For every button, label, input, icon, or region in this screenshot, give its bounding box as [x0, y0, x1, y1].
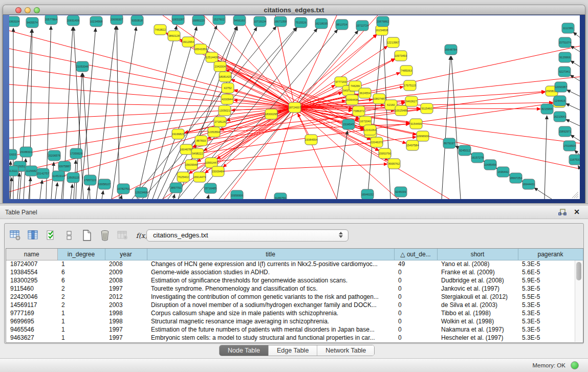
table-cell[interactable]: 9465546 — [6, 325, 57, 334]
selected-node[interactable]: 18300295 — [265, 109, 277, 119]
node[interactable]: 10653287 — [172, 15, 184, 25]
tab-node-table[interactable]: Node Table — [220, 345, 269, 356]
edge[interactable] — [96, 26, 116, 199]
node[interactable]: 17016504 — [563, 141, 576, 151]
edge[interactable] — [117, 26, 119, 199]
node[interactable]: 15892971 — [559, 126, 571, 137]
selected-node[interactable]: 12213967 — [387, 37, 399, 48]
table-cell[interactable]: 6 — [57, 276, 105, 285]
node[interactable]: 12923468 — [135, 187, 147, 198]
table-cell[interactable]: 2009 — [105, 268, 147, 276]
selected-node[interactable]: 18081425 — [219, 72, 231, 82]
edge[interactable] — [71, 184, 72, 199]
table-cell[interactable]: 1 — [57, 309, 105, 317]
selected-node[interactable]: 12514439 — [206, 52, 218, 62]
table-cell[interactable]: 18724007 — [6, 260, 57, 268]
table-cell[interactable]: Hescheler et al. (1997) — [437, 334, 518, 342]
selected-node[interactable]: 7625402 — [177, 172, 189, 182]
table-cell[interactable]: 1997 — [105, 285, 147, 293]
close-panel-button[interactable]: ✕ — [573, 207, 581, 216]
edge[interactable] — [121, 195, 122, 199]
column-header-year[interactable]: year — [105, 249, 147, 260]
selected-node[interactable]: 12161064 — [364, 125, 376, 135]
selected-node[interactable]: 22046370 — [371, 137, 383, 147]
table-cell[interactable]: 1997 — [105, 334, 147, 342]
node[interactable]: 9227341 — [558, 67, 571, 77]
node[interactable]: 20876862 — [377, 16, 389, 27]
node[interactable]: 1244415 — [554, 96, 566, 106]
table-scrollbar[interactable] — [575, 260, 582, 342]
edge[interactable] — [566, 119, 580, 126]
node[interactable]: 3913111 — [9, 166, 18, 176]
node[interactable]: 9245099 — [395, 187, 407, 197]
edge[interactable] — [442, 56, 450, 199]
node[interactable]: 16944431 — [522, 179, 535, 189]
selected-node[interactable]: 16914479 — [193, 172, 206, 182]
selected-node[interactable]: 9115460 — [421, 103, 433, 114]
node[interactable]: 16958107 — [98, 179, 111, 189]
table-cell[interactable]: de Silva et al. (2003) — [437, 301, 518, 309]
table-cell[interactable]: 5.3E-5 — [518, 325, 583, 334]
node[interactable]: 9129966 — [559, 52, 571, 62]
table-cell[interactable]: 9699695 — [6, 317, 57, 325]
table-cell[interactable]: 5.5E-5 — [518, 293, 583, 301]
node[interactable]: 9350818 — [131, 15, 143, 26]
node[interactable]: 10719134 — [254, 16, 266, 27]
table-cell[interactable]: 9115460 — [6, 285, 57, 293]
table-cell[interactable]: 1997 — [105, 325, 147, 334]
node[interactable]: 9245012 — [459, 145, 471, 156]
tab-network-table[interactable]: Network Table — [317, 345, 374, 356]
table-cell[interactable]: Estimation of significance thresholds fo… — [147, 276, 394, 285]
resize-grip-icon[interactable] — [572, 192, 578, 198]
table-cell[interactable]: Estimation of the future numbers of pati… — [147, 325, 394, 334]
column-header-short[interactable]: short — [437, 249, 518, 260]
table-cell[interactable]: Genome-wide association studies in ADHD. — [147, 268, 394, 276]
edge[interactable] — [137, 26, 177, 199]
table-row[interactable]: 911546021997Tourette syndrome. Phenomeno… — [6, 285, 583, 293]
table-cell[interactable]: Dudbridge et al. (2008) — [437, 276, 518, 285]
table-cell[interactable]: 9777169 — [6, 309, 57, 317]
table-cell[interactable]: 5.3E-5 — [518, 285, 583, 293]
table-cell[interactable]: Wolkin et al. (1998) — [437, 317, 518, 325]
selected-node[interactable]: 2342004 — [214, 61, 226, 72]
table-cell[interactable]: 5.3E-5 — [518, 317, 583, 325]
selected-node[interactable]: 887833 — [195, 136, 207, 146]
node[interactable]: 9405574 — [26, 17, 38, 28]
table-cell[interactable]: 0 — [394, 268, 437, 276]
edge[interactable] — [367, 28, 382, 199]
selected-node[interactable]: 19166829 — [172, 129, 184, 139]
table-cell[interactable]: 5.3E-5 — [518, 309, 583, 317]
selected-node[interactable]: 3912954 — [182, 37, 194, 47]
selected-node[interactable]: 8995762 — [388, 159, 400, 169]
table-cell[interactable]: 14569117 — [6, 301, 57, 309]
row-height-icon[interactable] — [62, 229, 76, 242]
network-canvas[interactable]: 1872400774638229860128391295416543359125… — [9, 15, 580, 199]
table-cell[interactable]: 0 — [394, 301, 437, 309]
table-cell[interactable]: Tibbo et al. (1998) — [437, 309, 518, 317]
node[interactable]: 8679197 — [443, 138, 455, 148]
edge[interactable] — [534, 188, 552, 199]
table-cell[interactable]: 2003 — [105, 301, 147, 309]
table-cell[interactable]: Corpus callosum shape and size in male p… — [147, 309, 394, 317]
window-titlebar[interactable]: citations_edges.txt — [3, 5, 585, 15]
edge[interactable] — [112, 27, 136, 199]
table-cell[interactable]: 0 — [394, 309, 437, 317]
edge[interactable] — [55, 183, 57, 199]
table-cell[interactable]: 1 — [57, 325, 105, 334]
node[interactable]: 1527602 — [213, 15, 225, 25]
selected-edge[interactable] — [9, 107, 295, 174]
edge[interactable] — [88, 187, 89, 199]
table-cell[interactable]: Changes of HCN gene expression and I(f) … — [147, 260, 394, 268]
selected-node[interactable]: 1309021 — [219, 105, 231, 116]
table-cell[interactable]: Jankovic et al. (1997) — [437, 285, 518, 293]
table-cell[interactable]: 5.6E-5 — [518, 268, 583, 276]
table-row[interactable]: 977716911998Corpus callosum shape and si… — [6, 309, 583, 317]
table-cell[interactable]: 2012 — [105, 293, 147, 301]
node[interactable]: 16648784 — [445, 45, 457, 55]
selected-node[interactable]: 19384554 — [305, 135, 317, 145]
selected-node[interactable]: 3624554 — [359, 88, 371, 98]
table-cell[interactable]: 2 — [57, 285, 105, 293]
column-header-pagerank[interactable]: pagerank — [518, 249, 583, 260]
edge[interactable] — [571, 135, 580, 141]
table-cell[interactable]: Structural magnetic resonance image aver… — [147, 317, 394, 325]
